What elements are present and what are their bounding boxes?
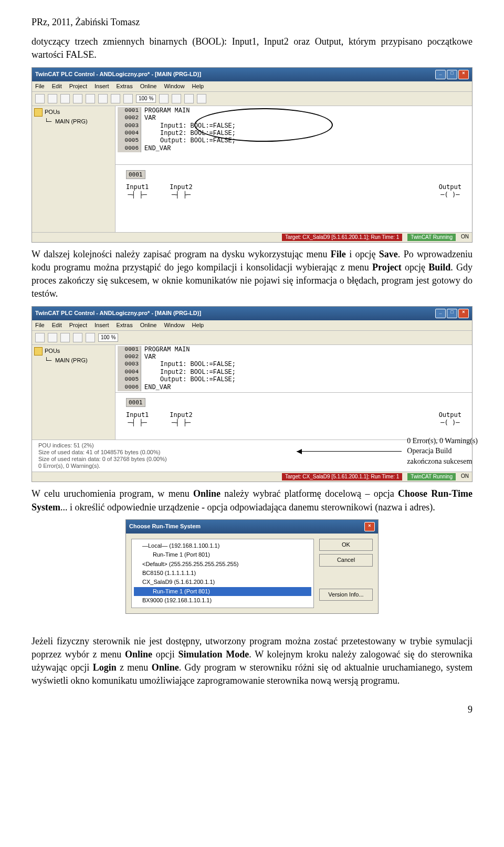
sidebar-pous[interactable]: POUs xyxy=(34,347,113,355)
coil-output: Output ─( )─ xyxy=(439,183,461,198)
tool-icon[interactable] xyxy=(73,94,82,103)
tree-item-cx[interactable]: CX_SalaD9 (5.1.61.200.1.1) xyxy=(134,578,311,587)
menubar[interactable]: File Edit Project Insert Extras Online W… xyxy=(32,320,472,331)
contact-input2: Input2 ─┤ ├─ xyxy=(170,183,192,198)
zoom-level[interactable]: 100 % xyxy=(98,333,118,342)
ladder-view[interactable]: 0001 Input1 ─┤ ├─ Input2 ─┤ ├─ Output ─(… xyxy=(116,164,472,232)
close-icon[interactable]: × xyxy=(364,522,375,531)
status-running: TwinCAT Running xyxy=(407,473,456,480)
menu-project[interactable]: Project xyxy=(69,322,87,329)
paragraph-3: W celu uruchomienia program, w menu Onli… xyxy=(32,487,472,514)
menu-help[interactable]: Help xyxy=(192,322,204,329)
status-on: ON xyxy=(461,234,469,241)
highlight-ellipse xyxy=(194,108,333,142)
sidebar: POUs └─ MAIN (PRG) xyxy=(32,106,116,232)
paragraph-1: dotyczący trzech zmiennych binarnych (BO… xyxy=(32,35,472,61)
page-header: PRz, 2011, Żabiński Tomasz xyxy=(32,16,472,29)
rung-number: 0001 xyxy=(126,170,145,179)
close-icon[interactable]: × xyxy=(458,309,469,318)
tool-icon[interactable] xyxy=(172,94,181,103)
menu-extras[interactable]: Extras xyxy=(116,322,132,329)
code-editor[interactable]: 0001PROGRAM MAIN 0002VAR 0003Input1: BOO… xyxy=(116,345,472,392)
menu-edit[interactable]: Edit xyxy=(52,322,62,329)
tool-icon[interactable] xyxy=(60,333,70,342)
contact-input1: Input1─┤ ├─ xyxy=(126,411,149,426)
minimize-icon[interactable]: _ xyxy=(435,309,446,318)
toolbar: 100 % xyxy=(32,92,472,106)
tree-item-bc8150[interactable]: BC8150 (1.1.1.1.1.1) xyxy=(134,569,311,578)
statusbar: Target: CX_SalaD9 [5.1.61.200.1.1]; Run … xyxy=(32,472,472,482)
sidebar: POUs └─ MAIN (PRG) xyxy=(32,345,116,440)
tool-icon[interactable] xyxy=(86,333,95,342)
zoom-level[interactable]: 100 % xyxy=(136,95,156,103)
contact-input2: Input2─┤ ├─ xyxy=(170,411,192,426)
tool-icon[interactable] xyxy=(73,333,82,342)
tool-icon[interactable] xyxy=(86,94,95,103)
tool-icon[interactable] xyxy=(111,94,120,103)
window-title: TwinCAT PLC Control - ANDLogiczny.pro* -… xyxy=(35,71,201,78)
menu-file[interactable]: File xyxy=(35,83,45,90)
tool-icon[interactable] xyxy=(98,94,108,103)
tree-item-runtime-selected[interactable]: Run-Time 1 (Port 801) xyxy=(134,587,311,596)
tool-icon[interactable] xyxy=(48,94,57,103)
ok-button[interactable]: OK xyxy=(319,539,373,551)
menu-edit[interactable]: Edit xyxy=(52,83,62,90)
menu-online[interactable]: Online xyxy=(140,322,157,329)
folder-icon xyxy=(34,347,43,355)
tool-icon[interactable] xyxy=(123,94,133,103)
maximize-icon[interactable]: □ xyxy=(447,309,457,318)
menu-window[interactable]: Window xyxy=(164,83,184,90)
coil-output: Output─( )─ xyxy=(439,411,461,426)
page-number: 9 xyxy=(32,703,472,716)
toolbar: 100 % xyxy=(32,331,472,345)
window-title: TwinCAT PLC Control - ANDLogiczny.pro* -… xyxy=(35,310,201,317)
menu-help[interactable]: Help xyxy=(192,83,204,90)
status-target: Target: CX_SalaD9 [5.1.61.200.1.1]; Run … xyxy=(282,234,402,241)
tool-icon[interactable] xyxy=(197,94,206,103)
dialog-titlebar: Choose Run-Time System × xyxy=(126,520,378,534)
contact-input1: Input1 ─┤ ├─ xyxy=(126,183,149,198)
tree-item-local[interactable]: —Local— (192.168.1.100.1.1) xyxy=(134,541,311,550)
tool-icon[interactable] xyxy=(48,333,57,342)
menu-extras[interactable]: Extras xyxy=(116,83,132,90)
status-target: Target: CX_SalaD9 [5.1.61.200.1.1]; Run … xyxy=(282,473,402,480)
tool-icon[interactable] xyxy=(159,94,169,103)
menu-file[interactable]: File xyxy=(35,322,45,329)
tree-item-runtime[interactable]: Run-Time 1 (Port 801) xyxy=(134,550,311,559)
tree-main[interactable]: └─ MAIN (PRG) xyxy=(34,118,113,125)
paragraph-4: Jeżeli fizyczny sterownik nie jest dostę… xyxy=(32,635,472,688)
annotation-arrow-icon xyxy=(297,451,402,452)
titlebar: TwinCAT PLC Control - ANDLogiczny.pro* -… xyxy=(32,307,472,320)
tool-icon[interactable] xyxy=(184,94,194,103)
tool-icon[interactable] xyxy=(35,94,45,103)
ladder-view[interactable]: 0001 Input1─┤ ├─ Input2─┤ ├─ Output─( )─ xyxy=(116,392,472,440)
tool-icon[interactable] xyxy=(60,94,70,103)
status-running: TwinCAT Running xyxy=(407,234,456,241)
tool-icon[interactable] xyxy=(35,333,45,342)
dialog-choose-runtime: Choose Run-Time System × —Local— (192.16… xyxy=(125,519,379,614)
menu-insert[interactable]: Insert xyxy=(94,322,109,329)
dialog-tree[interactable]: —Local— (192.168.1.100.1.1) Run-Time 1 (… xyxy=(131,539,314,608)
dialog-title: Choose Run-Time System xyxy=(129,522,201,530)
menubar[interactable]: File Edit Project Insert Extras Online W… xyxy=(32,81,472,92)
sidebar-pous[interactable]: POUs xyxy=(34,108,113,117)
tree-item-default[interactable]: <Default> (255.255.255.255.255.255) xyxy=(134,560,311,569)
version-info-button[interactable]: Version Info... xyxy=(319,589,373,601)
tree-item-bx9000[interactable]: BX9000 (192.168.1.10.1.1) xyxy=(134,596,311,605)
statusbar: Target: CX_SalaD9 [5.1.61.200.1.1]; Run … xyxy=(32,232,472,242)
menu-project[interactable]: Project xyxy=(69,83,87,90)
code-editor[interactable]: 0001PROGRAM MAIN 0002VAR 0003Input1: BOO… xyxy=(116,106,472,165)
menu-online[interactable]: Online xyxy=(140,83,157,90)
folder-icon xyxy=(34,108,43,117)
rung-number: 0001 xyxy=(126,398,145,407)
close-icon[interactable]: × xyxy=(458,70,469,79)
titlebar: TwinCAT PLC Control - ANDLogiczny.pro* -… xyxy=(32,68,472,81)
tree-main[interactable]: └─ MAIN (PRG) xyxy=(34,357,113,364)
window-screenshot-1: TwinCAT PLC Control - ANDLogiczny.pro* -… xyxy=(32,67,472,243)
annotation-text: 0 Error(s), 0 Warning(s) Operacja Build … xyxy=(407,436,478,467)
minimize-icon[interactable]: _ xyxy=(435,70,446,79)
maximize-icon[interactable]: □ xyxy=(447,70,457,79)
cancel-button[interactable]: Cancel xyxy=(319,554,373,566)
menu-insert[interactable]: Insert xyxy=(94,83,109,90)
menu-window[interactable]: Window xyxy=(164,322,184,329)
